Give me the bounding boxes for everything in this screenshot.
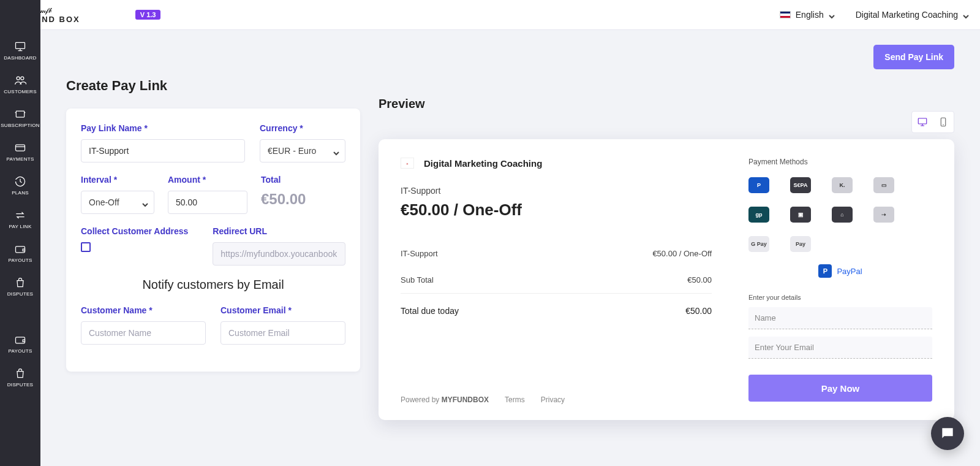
payment-methods-title: Payment Methods (748, 158, 932, 166)
pm-card-icon[interactable]: ▭ (873, 177, 894, 193)
sidebar: DASHBOARD CUSTOMERS SUBSCRIPTION PAYMENT… (0, 0, 40, 466)
terms-link[interactable]: Terms (505, 395, 525, 404)
preview-item-name: IT-Support (401, 186, 712, 196)
layers-icon (14, 108, 26, 120)
sidebar-item-paylink[interactable]: PAY LINK (0, 208, 40, 231)
preview-email-input[interactable] (748, 337, 932, 359)
pm-giropay-icon[interactable]: gp (748, 207, 769, 223)
sidebar-item-plans[interactable]: PLANS (0, 174, 40, 197)
wallet-icon (14, 243, 26, 255)
interval-select[interactable]: One-Off (81, 191, 154, 214)
users-icon (14, 74, 26, 86)
total-due-value: €50.00 (685, 306, 712, 316)
pm-sofort-icon[interactable]: ➝ (873, 207, 894, 223)
mobile-icon (938, 116, 949, 128)
chat-launcher[interactable] (931, 417, 964, 450)
svg-rect-3 (16, 111, 24, 117)
customer-name-input[interactable] (81, 321, 206, 345)
preview-price: €50.00 / One-Off (401, 201, 712, 220)
card-icon (14, 142, 26, 154)
interval-label: Interval * (81, 175, 154, 185)
sidebar-item-customers[interactable]: CUSTOMERS (0, 73, 40, 96)
sidebar-item-disputes[interactable]: DISPUTES (0, 275, 40, 298)
preview-name-input[interactable] (748, 307, 932, 329)
chevron-down-icon (963, 12, 969, 18)
subtotal-value: €50.00 (687, 275, 712, 285)
create-paylink-card: Pay Link Name * Currency * €EUR - Euro (66, 109, 360, 372)
bag-icon (14, 277, 26, 289)
currency-label: Currency * (260, 123, 345, 133)
device-toggle (911, 111, 954, 133)
collect-address-checkbox[interactable] (81, 242, 91, 252)
preview-card: ⋄ Digital Marketing Coaching IT-Support … (379, 139, 954, 420)
sidebar-item-payouts-2[interactable]: PAYOUTS (0, 332, 40, 355)
subtotal-label: Sub Total (401, 275, 434, 285)
svg-point-2 (21, 77, 24, 80)
language-selector[interactable]: English (780, 10, 835, 20)
paylink-name-label: Pay Link Name * (81, 123, 245, 133)
selected-payment-method: P PayPal (748, 264, 932, 278)
chevron-down-icon (829, 12, 835, 18)
line-item-label: IT-Support (401, 249, 438, 258)
svg-rect-4 (16, 145, 25, 151)
customer-email-input[interactable] (221, 321, 345, 345)
pm-ideal-icon[interactable]: ▣ (790, 207, 811, 223)
line-item-value: €50.00 / One-Off (652, 249, 712, 258)
svg-rect-0 (16, 42, 25, 48)
collect-address-label: Collect Customer Address (81, 226, 188, 236)
send-pay-link-button[interactable]: Send Pay Link (873, 45, 954, 69)
customer-name-label: Customer Name * (81, 305, 206, 315)
desktop-icon (917, 116, 928, 128)
svg-point-1 (17, 77, 20, 80)
page-title: Create Pay Link (66, 78, 360, 94)
total-due-label: Total due today (401, 306, 459, 316)
sidebar-item-dashboard[interactable]: DASHBOARD (0, 39, 40, 62)
language-label: English (796, 10, 824, 20)
flag-uk-icon (780, 11, 791, 18)
pay-now-button[interactable]: Pay Now (748, 375, 932, 402)
wallet-icon (14, 334, 26, 346)
currency-select[interactable]: €EUR - Euro (260, 139, 345, 162)
workspace-selector[interactable]: Digital Marketing Coaching (856, 10, 969, 20)
sidebar-item-disputes-2[interactable]: DISPUTES (0, 366, 40, 389)
topbar: 𝓂𝒻𝒷 MY FUND BOX V 1.3 English Digital Ma… (0, 0, 980, 30)
pm-paypal-icon[interactable]: P (748, 177, 769, 193)
merchant-logo-icon: ⋄ (401, 158, 414, 169)
workspace-label: Digital Marketing Coaching (856, 10, 958, 20)
redirect-url-input[interactable] (213, 242, 345, 265)
pm-bancontact-icon[interactable]: ⌂ (832, 207, 853, 223)
notify-heading: Notify customers by Email (81, 278, 345, 292)
monitor-icon (14, 40, 26, 53)
privacy-link[interactable]: Privacy (541, 395, 565, 404)
desktop-preview-button[interactable] (912, 112, 933, 132)
pm-klarna-icon[interactable]: K. (832, 177, 853, 193)
svg-rect-7 (918, 118, 927, 124)
customer-email-label: Customer Email * (221, 305, 345, 315)
mobile-preview-button[interactable] (933, 112, 954, 132)
amount-label: Amount * (168, 175, 247, 185)
chat-icon (940, 426, 956, 441)
history-icon (14, 175, 26, 188)
pm-googlepay-icon[interactable]: G Pay (748, 236, 769, 252)
total-value: €50.00 (261, 191, 345, 208)
bag-icon (14, 367, 26, 380)
sidebar-item-subscription[interactable]: SUBSCRIPTION (0, 107, 40, 129)
selected-pm-label: PayPal (837, 267, 862, 276)
svg-rect-6 (16, 337, 25, 343)
powered-by: Powered by MYFUNDBOX (401, 395, 489, 404)
payment-methods-grid: P S€PA K. ▭ gp ▣ ⌂ ➝ G Pay Pay (748, 177, 932, 252)
pm-sepa-icon[interactable]: S€PA (790, 177, 811, 193)
merchant-name: Digital Marketing Coaching (424, 158, 542, 169)
total-label: Total (261, 175, 345, 185)
paylink-name-input[interactable] (81, 139, 245, 162)
version-badge: V 1.3 (135, 10, 161, 20)
amount-input[interactable] (168, 191, 247, 214)
preview-title: Preview (379, 97, 425, 111)
pm-applepay-icon[interactable]: Pay (790, 236, 811, 252)
svg-rect-5 (16, 246, 25, 253)
sidebar-item-payouts[interactable]: PAYOUTS (0, 242, 40, 264)
main-content: Send Pay Link Create Pay Link Pay Link N… (40, 30, 980, 466)
exchange-icon (14, 209, 26, 221)
sidebar-item-payments[interactable]: PAYMENTS (0, 140, 40, 163)
paypal-icon: P (818, 264, 832, 278)
